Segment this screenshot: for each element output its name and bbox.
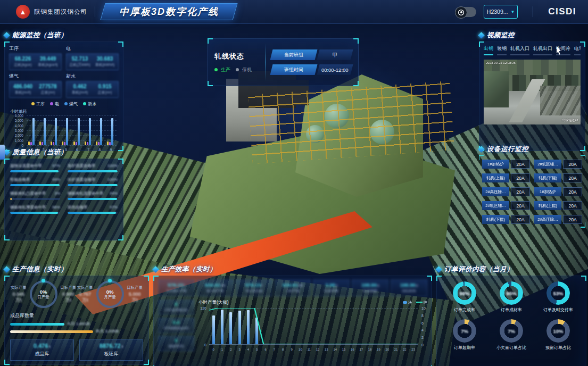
efficiency-card-value: 198.86s — [353, 282, 387, 288]
chevron-down-icon: ▼ — [511, 10, 515, 14]
energy-value-cell: 30.683单耗(kWh/t) — [93, 56, 117, 68]
stock-yesterday-label: 昨天 3,205块 — [96, 329, 119, 334]
app-header: ▲ 陕钢集团汉钢公司 中厚板3D数字化产线 H2309... ▼ CISDI — [0, 0, 588, 24]
efficiency-card-label: 当天累计产量 — [160, 289, 193, 294]
visibility-toggle[interactable] — [455, 7, 476, 17]
target-output-label: 目标产量 — [60, 285, 77, 290]
energy-unit: 单耗(m³/t) — [11, 90, 35, 95]
energy-unit: 总量(m³) — [93, 90, 117, 95]
status-legend-item: 停机 — [236, 66, 252, 73]
quality-item: 装炉温度合格率100% — [68, 163, 118, 172]
video-tab-轧机入口[interactable]: 轧机入口 — [510, 45, 529, 55]
energy-group-values: 68.226总耗(kgce)39.449单耗(kgce/t) — [9, 53, 62, 70]
efficiency-card-value: 198.86s — [392, 282, 426, 288]
mill-status-fields: 当前班组甲班组时间00:00-12:00 — [271, 49, 352, 75]
diamond-icon — [478, 146, 485, 153]
hourly-x-tick: 7 — [270, 348, 278, 351]
energy-value-cell: 277578总量(m³) — [36, 84, 60, 95]
video-osd-timestamp: 2023-09-23 12:08:36 — [486, 61, 516, 64]
side-card-label: 退修率(%) — [160, 344, 193, 349]
equipment-rows: 1#加热炉20A2#轧区辅…20A轧机(上辊)20A轧机(下辊)20A2#高压除… — [482, 160, 582, 229]
dashboard-root: ▲ 陕钢集团汉钢公司 中厚板3D数字化产线 H2309... ▼ CISDI 能… — [0, 0, 588, 366]
quality-item-top: 出炉温度合格率100% — [68, 177, 118, 182]
efficiency-card-value: 634.61t/h — [276, 282, 310, 288]
energy-value-cell: 0.462单耗(m³/t) — [68, 84, 92, 95]
order-gauge: 98%订单完成率 — [453, 281, 476, 313]
diamond-icon — [3, 266, 10, 273]
equipment-name: 轧机(上辊) — [534, 201, 561, 210]
video-tab-出钢[interactable]: 出钢 — [484, 45, 493, 55]
energy-group: 工序68.226总耗(kgce)39.449单耗(kgce/t) — [9, 45, 62, 70]
quality-item: 性能合格率99% — [10, 177, 60, 186]
quality-bar-track — [68, 170, 118, 172]
y-tick: 0 — [21, 144, 23, 147]
energy-group-values: 486.040单耗(m³/t)277578总量(m³) — [9, 81, 62, 98]
legend-item: 新水 — [83, 101, 96, 107]
energy-value: 0.462 — [68, 84, 92, 89]
quality-bar-fill — [10, 198, 12, 200]
mill-status-panel: 轧线状态 生产停机 当前班组甲班组时间00:00-12:00 — [208, 38, 359, 86]
hourly-x-tick: 8 — [279, 348, 287, 351]
spec-dropdown-value: H2309... — [487, 9, 508, 15]
edge-scroll-chip[interactable] — [0, 145, 5, 160]
bar-煤气 — [89, 118, 91, 145]
stock-card-value: 0.476t — [13, 343, 71, 349]
gauge-circle: 10% — [546, 319, 570, 343]
video-tabs: 出钢装钢轧机入口轧机出口中间冷电动热… — [484, 45, 581, 55]
target-output-label: 目标产量 — [127, 285, 144, 290]
quality-item: 出炉温度合格率100% — [68, 177, 118, 186]
status-legend-item: 生产 — [214, 66, 230, 73]
status-dot — [214, 68, 218, 71]
energy-unit: 单耗(kgce/t) — [36, 62, 60, 68]
side-card-value: 0 — [160, 302, 193, 307]
efficiency-card: 198.86s待轧时间 — [391, 279, 427, 296]
monthly-actual-value: 0.767万t — [77, 292, 94, 304]
order-gauge: 7%订单超期率 — [453, 319, 476, 351]
actual-output-label: 实际产量 — [10, 285, 27, 290]
quality-bar-fill — [68, 198, 117, 200]
quality-panel-body: 超快冷温度命中率97%装炉温度合格率100%性能合格率99%出炉温度合格率100… — [4, 159, 123, 240]
video-tab-装钢[interactable]: 装钢 — [497, 45, 507, 55]
y-tick: 5,000 — [15, 119, 23, 122]
quality-item-top: 装炉温度合格率100% — [68, 163, 118, 169]
status-field-key: 当前班组 — [270, 49, 318, 60]
gauge-value: 7% — [453, 319, 476, 343]
daily-target-value: 0.900万t — [60, 292, 77, 304]
legend-dot — [64, 102, 68, 105]
efficiency-card: 3.98s轧制节奏 — [313, 279, 350, 296]
hourly-x-tick: 22 — [400, 348, 409, 351]
hourly-x-tick: 10 — [296, 348, 304, 351]
video-tab-轧机出口[interactable]: 轧机出口 — [533, 45, 552, 55]
gauge-circle: 7% — [500, 319, 523, 343]
side-card-value: 0 — [160, 338, 193, 343]
quality-label: 钢板终轧凸度命中率 — [10, 191, 46, 196]
efficiency-card-label: 逐小时产量 — [198, 289, 232, 294]
gauge-circle: 98% — [453, 281, 476, 305]
quality-item: 探伤合格率97% — [68, 205, 118, 214]
legend-line-chip — [416, 302, 423, 303]
order-gauge: 10%预留订单占比 — [545, 319, 571, 351]
efficiency-card-label: 轧制周期 — [353, 289, 387, 294]
diamond-icon — [152, 266, 159, 273]
equipment-panel: 设备运行监控 1#加热炉20A2#轧区辅…20A轧机(上辊)20A轧机(下辊)2… — [479, 145, 585, 229]
left-tick: 120 — [200, 306, 206, 310]
y-tick: 2,000 — [15, 134, 23, 137]
quality-value: 96% — [52, 205, 60, 210]
video-osd-camera: 出钢辊道#1 — [562, 118, 578, 123]
energy-group-values: 52.713总耗(万kWh)30.683单耗(kWh/t) — [66, 53, 119, 70]
monthly-output-ring: 0% 月产量 — [96, 280, 124, 308]
quality-item-top: 探伤合格率97% — [68, 205, 118, 210]
equipment-row: 1#加热炉20A — [482, 160, 530, 169]
bar-煤气 — [78, 118, 80, 145]
efficiency-card-label: 待轧时间 — [392, 289, 426, 294]
efficiency-card-value: 576.23t — [160, 282, 193, 288]
bar-煤气 — [111, 118, 113, 145]
energy-group: 煤气486.040单耗(m³/t)277578总量(m³) — [9, 73, 62, 98]
equipment-current: 20A — [563, 201, 582, 210]
video-feed[interactable]: 2023-09-23 12:08:36 出钢辊道#1 — [484, 60, 581, 124]
status-label: 停机 — [242, 66, 252, 73]
stock-card: 8876.72t板坯库 — [79, 339, 143, 361]
spec-dropdown[interactable]: H2309... ▼ — [484, 5, 518, 19]
gridline — [27, 115, 117, 116]
gridline — [27, 135, 117, 136]
